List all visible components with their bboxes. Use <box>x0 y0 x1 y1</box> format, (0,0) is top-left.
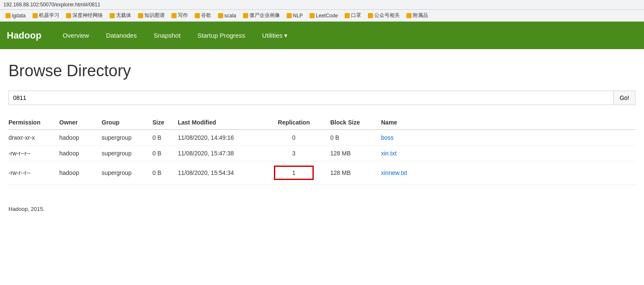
bookmark-label: 口罩 <box>351 12 361 19</box>
bookmark-folder-icon <box>287 13 292 18</box>
bookmark-label: 谷歌 <box>201 12 211 19</box>
bookmark-label: 僵尸企业画像 <box>249 12 280 19</box>
bookmark-folder-icon <box>218 13 223 18</box>
bookmark-label: scala <box>224 13 236 19</box>
cell-replication: 1 <box>263 161 330 185</box>
bookmark-folder-icon <box>110 13 115 18</box>
cell-last-modified: 11/08/2020, 15:54:34 <box>178 161 263 185</box>
bookmark-folder-icon <box>345 13 350 18</box>
footer: Hadoop, 2015. <box>8 202 636 216</box>
bookmark-item[interactable]: igdata <box>3 12 28 19</box>
bookmark-folder-icon <box>310 13 315 18</box>
bookmark-folder-icon <box>406 13 412 18</box>
cell-replication: 0 <box>263 130 330 146</box>
address-display: 192.168.88.102:50070/explorer.html#/0811 <box>3 2 100 8</box>
bookmark-item[interactable]: 写作 <box>169 11 190 20</box>
bookmark-item[interactable]: 机器学习 <box>30 11 61 20</box>
bookmark-folder-icon <box>33 13 38 18</box>
th-size: Size <box>152 116 178 130</box>
cell-size: 0 B <box>152 161 178 185</box>
bookmark-item[interactable]: 无载体 <box>108 11 133 20</box>
cell-last-modified: 11/08/2020, 15:47:38 <box>178 146 263 161</box>
bookmark-folder-icon <box>66 13 71 18</box>
cell-group: supergroup <box>102 130 152 146</box>
cell-size: 0 B <box>152 146 178 161</box>
cell-block-size: 0 B <box>330 130 381 146</box>
bookmark-label: 附属品 <box>413 12 428 19</box>
cell-block-size: 128 MB <box>330 161 381 185</box>
bookmark-item[interactable]: NLP <box>285 12 305 19</box>
th-owner: Owner <box>59 116 102 130</box>
bookmark-label: NLP <box>293 13 303 19</box>
nav-item-utilities-[interactable]: Utilities ▾ <box>254 22 296 49</box>
nav-item-snapshot[interactable]: Snapshot <box>145 22 189 49</box>
table-row: drwxr-xr-xhadoopsupergroup0 B11/08/2020,… <box>8 130 636 146</box>
cell-size: 0 B <box>152 130 178 146</box>
cell-replication: 3 <box>263 146 330 161</box>
bookmarks-bar: igdata机器学习深度神经网络无载体知识图谱写作谷歌scala僵尸企业画像NL… <box>0 10 644 22</box>
bookmark-item[interactable]: 附属品 <box>404 11 430 20</box>
bookmark-label: 无载体 <box>116 12 131 19</box>
page-title: Browse Directory <box>8 62 636 80</box>
bookmark-item[interactable]: LeetCode <box>307 12 340 19</box>
cell-permission: -rw-r--r-- <box>8 161 59 185</box>
th-permission: Permission <box>8 116 59 130</box>
nav-item-startup-progress[interactable]: Startup Progress <box>189 22 254 49</box>
file-link[interactable]: boss <box>381 134 394 141</box>
bookmark-label: 写作 <box>178 12 188 19</box>
bookmark-label: 公众号相关 <box>374 12 400 19</box>
cell-permission: -rw-r--r-- <box>8 146 59 161</box>
table-header-row: Permission Owner Group Size Last Modifie… <box>8 116 636 130</box>
table-row: -rw-r--r--hadoopsupergroup0 B11/08/2020,… <box>8 161 636 185</box>
th-blocksize: Block Size <box>330 116 381 130</box>
nav-items: OverviewDatanodesSnapshotStartup Progres… <box>54 22 296 49</box>
footer-text: Hadoop, 2015. <box>8 206 44 212</box>
highlighted-replication: 1 <box>274 166 314 180</box>
th-name: Name <box>381 116 636 130</box>
bookmark-folder-icon <box>171 13 177 18</box>
cell-owner: hadoop <box>59 146 102 161</box>
th-modified: Last Modified <box>178 116 263 130</box>
bookmark-folder-icon <box>195 13 200 18</box>
file-link[interactable]: xin.txt <box>381 150 397 157</box>
navbar-brand: Hadoop <box>7 30 41 41</box>
bookmark-item[interactable]: 公众号相关 <box>366 11 402 20</box>
bookmark-item[interactable]: 口罩 <box>343 11 363 20</box>
cell-block-size: 128 MB <box>330 146 381 161</box>
cell-owner: hadoop <box>59 161 102 185</box>
directory-table: Permission Owner Group Size Last Modifie… <box>8 116 636 185</box>
cell-name[interactable]: xin.txt <box>381 146 636 161</box>
cell-name[interactable]: boss <box>381 130 636 146</box>
bookmark-label: 机器学习 <box>39 12 59 19</box>
bookmark-item[interactable]: 深度神经网络 <box>64 11 105 20</box>
go-button[interactable]: Go! <box>614 91 636 105</box>
path-form: Go! <box>8 91 636 105</box>
path-input[interactable] <box>8 91 614 105</box>
file-link[interactable]: xinnew.txt <box>381 169 407 176</box>
th-replication: Replication <box>263 116 330 130</box>
cell-name[interactable]: xinnew.txt <box>381 161 636 185</box>
nav-item-datanodes[interactable]: Datanodes <box>97 22 145 49</box>
bookmark-label: 深度神经网络 <box>72 12 103 19</box>
bookmark-item[interactable]: scala <box>216 12 238 19</box>
cell-group: supergroup <box>102 146 152 161</box>
bookmark-label: igdata <box>12 13 26 19</box>
bookmark-item[interactable]: 僵尸企业画像 <box>241 11 282 20</box>
main-content: Browse Directory Go! Permission Owner Gr… <box>0 49 644 225</box>
th-group: Group <box>102 116 152 130</box>
bookmark-item[interactable]: 谷歌 <box>193 11 213 20</box>
cell-group: supergroup <box>102 161 152 185</box>
bookmark-folder-icon <box>368 13 373 18</box>
bookmark-label: 知识图谱 <box>144 12 165 19</box>
table-body: drwxr-xr-xhadoopsupergroup0 B11/08/2020,… <box>8 130 636 185</box>
nav-item-overview[interactable]: Overview <box>54 22 98 49</box>
bookmark-label: LeetCode <box>316 13 338 19</box>
bookmark-folder-icon <box>243 13 248 18</box>
cell-permission: drwxr-xr-x <box>8 130 59 146</box>
navbar: Hadoop OverviewDatanodesSnapshotStartup … <box>0 22 644 49</box>
bookmark-item[interactable]: 知识图谱 <box>136 11 167 20</box>
cell-owner: hadoop <box>59 130 102 146</box>
bookmark-folder-icon <box>6 13 11 18</box>
table-row: -rw-r--r--hadoopsupergroup0 B11/08/2020,… <box>8 146 636 161</box>
cell-last-modified: 11/08/2020, 14:49:16 <box>178 130 263 146</box>
